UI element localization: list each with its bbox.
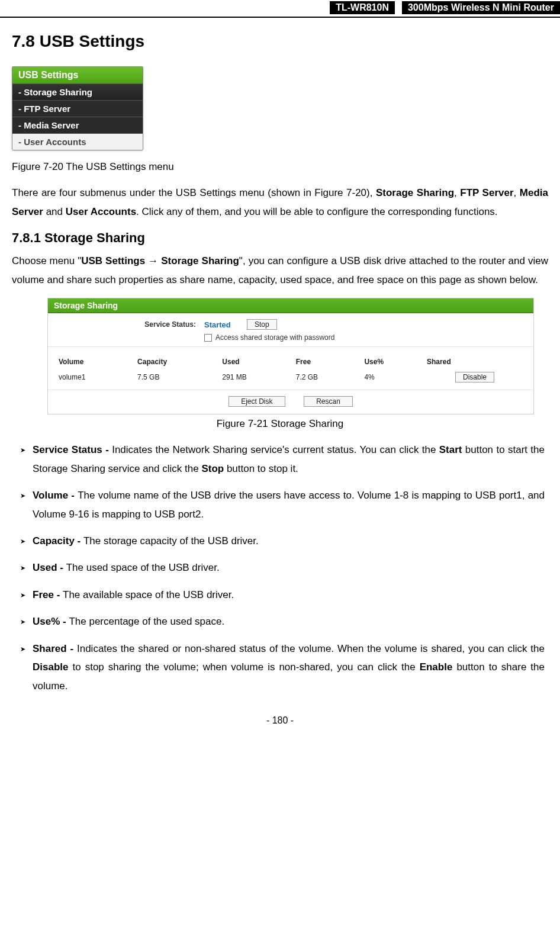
text: Indicates the shared or non-shared statu… — [77, 643, 545, 654]
bullet-icon: ➤ — [20, 558, 25, 577]
cell-capacity: 7.5 GB — [133, 369, 217, 385]
disable-share-button[interactable]: Disable — [455, 372, 494, 382]
cell-free: 7.2 GB — [291, 369, 360, 385]
term: Volume - — [33, 490, 78, 501]
definition-list: ➤ Service Status - Indicates the Network… — [12, 441, 548, 695]
col-capacity: Capacity — [133, 354, 217, 369]
bullet-icon: ➤ — [20, 612, 25, 631]
usb-settings-menu: USB Settings - Storage Sharing - FTP Ser… — [12, 66, 143, 150]
term-storage-sharing: Storage Sharing — [376, 187, 454, 198]
col-usepct: Use% — [359, 354, 422, 369]
list-item: ➤ Use% - The percentage of the used spac… — [20, 612, 545, 631]
page-number: - 180 - — [12, 715, 548, 726]
text: The available space of the USB driver. — [63, 589, 234, 600]
path-usb-settings: USB Settings — [81, 255, 145, 266]
term-stop: Stop — [201, 463, 224, 474]
eject-disk-button[interactable]: Eject Disk — [228, 396, 285, 407]
term: Capacity - — [33, 535, 83, 547]
table-header-row: Volume Capacity Used Free Use% Shared — [54, 354, 527, 369]
term-user-accounts: User Accounts — [66, 206, 136, 217]
intro-paragraph: There are four submenus under the USB Se… — [12, 184, 548, 222]
term: Service Status - — [33, 444, 112, 455]
text: and — [43, 206, 66, 217]
text: Indicates the Network Sharing service's … — [112, 444, 439, 455]
term: Free - — [33, 589, 63, 600]
list-item: ➤ Volume - The volume name of the USB dr… — [20, 486, 545, 523]
menu-item-storage-sharing[interactable]: - Storage Sharing — [12, 83, 143, 100]
panel-title: Storage Sharing — [48, 298, 533, 313]
menu-item-media-server[interactable]: - Media Server — [12, 117, 143, 133]
term-disable: Disable — [33, 661, 68, 673]
text: Choose menu " — [12, 255, 81, 266]
bullet-icon: ➤ — [20, 532, 25, 550]
table-row: volume1 7.5 GB 291 MB 7.2 GB 4% Disable — [54, 369, 527, 385]
term-start: Start — [439, 444, 462, 455]
list-item: ➤ Capacity - The storage capacity of the… — [20, 532, 545, 550]
menu-item-user-accounts[interactable]: - User Accounts — [12, 133, 143, 150]
bullet-icon: ➤ — [20, 639, 25, 695]
col-used: Used — [217, 354, 291, 369]
bullet-icon: ➤ — [20, 586, 25, 604]
rescan-button[interactable]: Rescan — [304, 396, 353, 407]
arrow-icon: → — [145, 255, 161, 266]
header-rule — [0, 17, 560, 18]
text: The volume name of the USB drive the use… — [33, 490, 545, 519]
figure-7-20-caption: Figure 7-20 The USB Settings menu — [12, 161, 548, 173]
volume-table: Volume Capacity Used Free Use% Shared vo… — [54, 354, 527, 385]
bullet-icon: ➤ — [20, 441, 25, 478]
stop-button[interactable]: Stop — [247, 319, 277, 330]
storage-paragraph: Choose menu "USB Settings → Storage Shar… — [12, 252, 548, 290]
text: There are four submenus under the USB Se… — [12, 187, 376, 198]
storage-sharing-panel: Storage Sharing Service Status: Started … — [47, 298, 534, 414]
bullet-icon: ➤ — [20, 486, 25, 523]
text: The used space of the USB driver. — [66, 562, 220, 573]
col-free: Free — [291, 354, 360, 369]
text: , — [454, 187, 460, 198]
service-status-value: Started — [204, 320, 239, 329]
access-password-checkbox[interactable] — [204, 334, 212, 342]
menu-header: USB Settings — [12, 67, 143, 83]
list-item: ➤ Used - The used space of the USB drive… — [20, 558, 545, 577]
path-storage-sharing: Storage Sharing — [161, 255, 239, 266]
text: , — [514, 187, 520, 198]
term-enable: Enable — [420, 661, 453, 673]
col-shared: Shared — [422, 354, 527, 369]
text: The percentage of the used space. — [69, 616, 224, 627]
cell-volume[interactable]: volume1 — [54, 369, 133, 385]
header-description: 300Mbps Wireless N Mini Router — [402, 1, 560, 14]
menu-item-ftp-server[interactable]: - FTP Server — [12, 100, 143, 117]
text: The storage capacity of the USB driver. — [83, 535, 259, 547]
term: Used - — [33, 562, 66, 573]
term-ftp-server: FTP Server — [460, 187, 513, 198]
list-item: ➤ Service Status - Indicates the Network… — [20, 441, 545, 478]
col-volume: Volume — [54, 354, 133, 369]
service-status-label: Service Status: — [54, 320, 196, 329]
text: . Click any of them, and you will be abl… — [136, 206, 497, 217]
header-model: TL-WR810N — [330, 1, 395, 14]
term: Use% - — [33, 616, 69, 627]
list-item: ➤ Free - The available space of the USB … — [20, 586, 545, 604]
text: to stop sharing the volume; when volume … — [68, 661, 419, 673]
cell-usepct: 4% — [359, 369, 422, 385]
cell-used: 291 MB — [217, 369, 291, 385]
text: button to stop it. — [224, 463, 298, 474]
term: Shared - — [33, 643, 77, 654]
figure-7-21-caption: Figure 7-21 Storage Sharing — [12, 418, 548, 430]
subsection-title: 7.8.1 Storage Sharing — [12, 230, 548, 246]
list-item: ➤ Shared - Indicates the shared or non-s… — [20, 639, 545, 695]
section-title: 7.8 USB Settings — [12, 32, 548, 51]
access-password-label: Access shared storage with password — [215, 333, 334, 342]
